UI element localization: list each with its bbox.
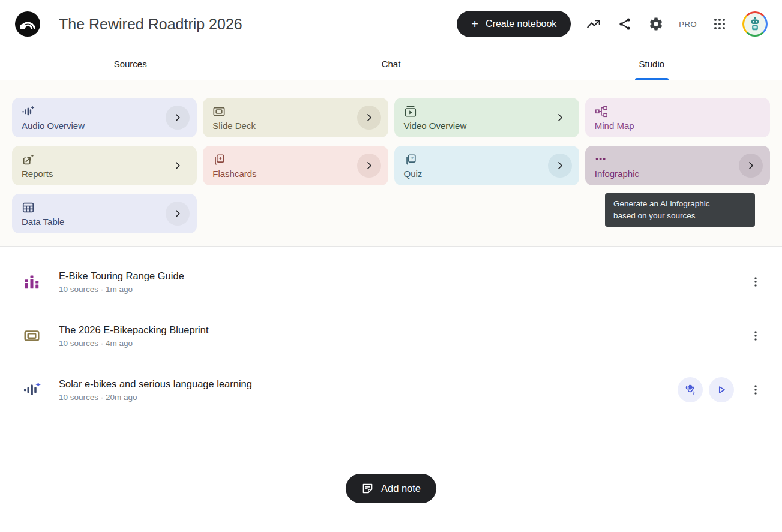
audio-waveform-sparkle-icon [23,381,41,399]
artifact-title: The 2026 E-Bikepacking Blueprint [59,324,744,336]
tool-label: Data Table [22,217,64,227]
play-icon[interactable] [709,377,734,402]
slide-deck-icon [23,327,41,345]
create-notebook-button[interactable]: + Create notebook [457,11,571,37]
artifact-text: Solar e-bikes and serious language learn… [59,378,678,402]
more-options-kebab-icon[interactable] [744,324,768,348]
tab-sources-label: Sources [114,59,147,69]
ellipsis-loading-icon [595,153,608,166]
pro-badge: PRO [679,20,697,29]
chevron-right-icon[interactable] [548,154,572,178]
share-icon[interactable] [616,16,633,32]
studio-footer: Add note [0,474,782,503]
cards-star-icon [212,153,226,166]
artifact-row-infographic[interactable]: E-Bike Touring Range Guide 10 sources · … [14,255,768,309]
app-header: The Rewired Roadtrip 2026 + Create noteb… [0,0,782,48]
tool-label: Infographic [595,169,639,179]
tool-card-audio-overview[interactable]: Audio Overview [12,98,197,137]
notebook-title[interactable]: The Rewired Roadtrip 2026 [59,16,457,33]
tool-card-quiz[interactable]: ? Quiz [394,146,579,185]
artifact-row-audio-overview[interactable]: Solar e-bikes and serious language learn… [14,363,768,417]
chevron-right-icon[interactable] [166,106,190,130]
tab-studio-label: Studio [639,59,665,69]
plus-icon: + [471,17,478,31]
infographic-tooltip: Generate an AI infographic based on your… [605,193,755,227]
artifact-meta: 10 sources · 4m ago [59,339,744,348]
artifact-row-slide-deck[interactable]: The 2026 E-Bikepacking Blueprint 10 sour… [14,309,768,363]
analytics-trending-icon[interactable] [585,16,602,32]
tool-card-reports[interactable]: Reports [12,146,197,185]
tool-label: Flashcards [212,169,256,179]
interactive-mode-hand-icon[interactable] [678,377,703,402]
panel-tabs: Sources Chat Studio [0,48,782,80]
artifact-title: E-Bike Touring Range Guide [59,270,744,282]
tool-label: Video Overview [404,121,467,131]
video-slideshow-icon [404,105,417,118]
audio-actions [678,377,734,402]
svg-text:?: ? [410,156,413,161]
cards-question-icon: ? [404,153,417,166]
artifact-text: The 2026 E-Bikepacking Blueprint 10 sour… [59,324,744,348]
tool-label: Quiz [404,169,423,179]
create-notebook-label: Create notebook [486,19,556,29]
add-note-button[interactable]: Add note [346,474,436,503]
slide-frame-icon [212,105,226,118]
chevron-right-icon[interactable] [357,154,381,178]
more-options-kebab-icon[interactable] [744,378,768,402]
studio-artifact-list: E-Bike Touring Range Guide 10 sources · … [0,247,782,417]
audio-waveform-sparkle-icon [22,105,35,118]
tab-active-underline [635,78,669,80]
chevron-right-icon[interactable] [166,154,190,178]
settings-gear-icon[interactable] [648,16,664,32]
tool-label: Slide Deck [212,121,256,131]
add-note-label: Add note [381,483,421,494]
notebooklm-logo-icon[interactable] [14,11,41,37]
chevron-right-icon[interactable] [548,106,572,130]
chevron-right-icon[interactable] [739,154,763,178]
artifact-text: E-Bike Touring Range Guide 10 sources · … [59,270,744,294]
chevron-right-icon[interactable] [166,202,190,226]
tooltip-line-1: Generate an AI infographic [613,198,747,210]
chevron-right-icon[interactable] [357,106,381,130]
tab-chat[interactable]: Chat [260,48,521,80]
tool-card-mind-map[interactable]: Mind Map [585,98,770,137]
chart-arrow-sparkle-icon [22,153,35,166]
account-avatar[interactable] [742,11,768,37]
tab-chat-label: Chat [382,59,401,69]
tool-label: Audio Overview [22,121,85,131]
tab-studio[interactable]: Studio [522,48,782,80]
tab-sources[interactable]: Sources [0,48,260,80]
tool-label: Mind Map [595,121,634,131]
header-actions: + Create notebook PRO [457,11,768,37]
bar-chart-icon [23,273,41,291]
tooltip-line-2: based on your sources [613,210,747,222]
node-graph-icon [595,105,608,118]
note-icon [361,482,374,495]
tool-card-video-overview[interactable]: Video Overview [394,98,579,137]
tool-card-infographic[interactable]: Infographic [585,146,770,185]
artifact-meta: 10 sources · 1m ago [59,285,744,294]
robot-avatar-image [744,13,766,35]
artifact-meta: 10 sources · 20m ago [59,393,678,402]
tool-card-flashcards[interactable]: Flashcards [203,146,388,185]
tool-card-slide-deck[interactable]: Slide Deck [203,98,388,137]
artifact-title: Solar e-bikes and serious language learn… [59,378,678,390]
table-grid-icon [22,201,35,214]
google-apps-grid-icon[interactable] [711,16,728,32]
tool-label: Reports [22,169,53,179]
more-options-kebab-icon[interactable] [744,270,768,294]
tool-card-data-table[interactable]: Data Table [12,194,197,233]
